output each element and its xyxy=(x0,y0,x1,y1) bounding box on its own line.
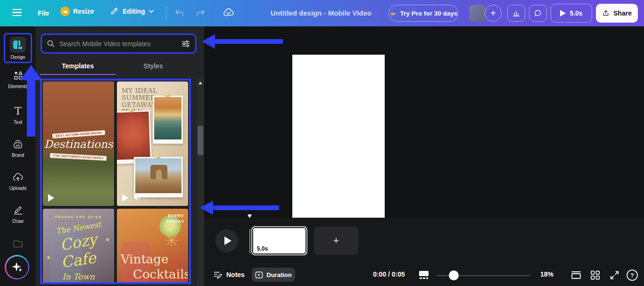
chevron-down-icon xyxy=(149,8,154,14)
search-input[interactable] xyxy=(58,40,177,48)
folder-icon xyxy=(12,238,24,249)
text-icon: T xyxy=(15,106,22,117)
sidebar-item-uploads[interactable]: Uploads xyxy=(0,172,36,191)
sidebar-item-text[interactable]: T Text xyxy=(0,106,36,125)
canva-editor: File Resize Editing Untitled design - Mo… xyxy=(0,0,644,286)
toolbar-divider xyxy=(166,7,166,20)
fullscreen-icon[interactable] xyxy=(609,270,620,280)
plus-icon: + xyxy=(490,8,496,19)
pin xyxy=(156,154,160,159)
question-mark-icon: ? xyxy=(630,272,634,279)
pages-view-icon[interactable] xyxy=(570,270,582,280)
help-button[interactable]: ? xyxy=(627,270,638,281)
sidebar-item-design[interactable]: Design xyxy=(4,33,32,63)
play-icon xyxy=(224,237,231,245)
scroll-up-icon[interactable] xyxy=(198,82,202,84)
template-card-italy-getaway[interactable]: MY IDEAL SUMMER GETAWAY IN ITALY xyxy=(117,82,188,206)
mute-icon xyxy=(133,194,141,202)
template-title: Destinations xyxy=(43,138,114,150)
try-pro-button[interactable]: Try Pro for 30 days xyxy=(388,5,458,22)
sidebar-item-elements[interactable]: Elements xyxy=(0,70,36,89)
sidebar-item-draw[interactable]: Draw xyxy=(0,204,36,224)
plus-icon: + xyxy=(333,235,339,247)
page-thumbnail[interactable]: 5.0s xyxy=(251,226,307,255)
brand-kit-icon: co xyxy=(12,139,24,150)
grid-view-icon[interactable] xyxy=(590,270,601,280)
present-play-button[interactable]: 5.0s xyxy=(551,4,592,23)
timeline-panel: ♥ 5.0s + Notes Duration xyxy=(204,218,644,286)
play-icon xyxy=(122,194,128,202)
status-bar: Notes Duration 0:00 / 0:05 18% xyxy=(204,270,644,286)
template-line: In Town xyxy=(43,272,114,281)
filter-sliders-icon[interactable] xyxy=(181,40,190,48)
template-ribbon: BEST AUTUMN HONEYMOON xyxy=(52,130,105,139)
timeline-play-button[interactable] xyxy=(215,229,238,252)
duration-icon xyxy=(255,271,263,278)
heart-marker-icon: ♥ xyxy=(248,212,252,220)
avatar[interactable] xyxy=(469,5,486,22)
template-card-cozy-cafe[interactable]: FRADEK AND SPIES The Newest Cozy Cafe In… xyxy=(43,209,114,284)
comments-button[interactable] xyxy=(529,5,547,22)
cloud-upload-icon xyxy=(12,172,24,183)
resize-button[interactable]: Resize xyxy=(60,7,94,16)
sparkle-asterisk: * xyxy=(47,254,50,265)
svg-text:co: co xyxy=(16,143,20,147)
timeline-view-icon[interactable] xyxy=(418,270,429,280)
templates-panel: Templates Styles BEST AUTUMN HONEYMOON D… xyxy=(36,26,204,286)
elements-icon xyxy=(12,70,24,81)
page-duration-label: 5.0s xyxy=(257,245,268,252)
sparkle-asterisk: * xyxy=(106,236,109,247)
add-member-button[interactable]: + xyxy=(485,5,502,22)
pin xyxy=(165,93,170,98)
notes-button[interactable]: Notes xyxy=(213,270,245,279)
trim-handle[interactable] xyxy=(249,229,250,253)
template-line: Vintage xyxy=(121,252,168,266)
crown-icon xyxy=(389,10,396,16)
play-icon xyxy=(48,194,54,202)
polaroid-venice xyxy=(153,96,183,144)
menu-icon[interactable] xyxy=(12,7,22,18)
crown-icon xyxy=(60,7,70,16)
editing-mode-dropdown[interactable]: Editing xyxy=(110,7,154,16)
play-icon xyxy=(560,10,566,16)
search-bar[interactable] xyxy=(41,33,197,54)
panel-tabs: Templates Styles xyxy=(40,59,191,75)
search-icon xyxy=(47,40,55,48)
template-subtitle: FRADEK AND SPIES xyxy=(43,215,114,219)
pin xyxy=(129,108,134,113)
share-button[interactable]: Share xyxy=(596,4,638,23)
tab-templates[interactable]: Templates xyxy=(40,59,116,75)
magic-assistant-button[interactable] xyxy=(5,255,29,279)
share-upload-icon xyxy=(602,9,610,17)
sidebar-item-projects[interactable] xyxy=(0,238,36,249)
tab-styles[interactable]: Styles xyxy=(116,59,191,75)
template-card-vintage-cocktails[interactable]: EVERY FRIDAY Vintage Cocktails xyxy=(117,209,188,284)
sidebar: Design Elements T Text co Brand xyxy=(0,26,36,286)
scrollbar-thumb[interactable] xyxy=(198,126,203,155)
document-title[interactable]: Untitled design - Mobile Video xyxy=(255,9,388,17)
undo-button[interactable] xyxy=(174,8,184,18)
draw-pen-icon xyxy=(12,204,24,216)
polaroid-pizza xyxy=(117,110,152,164)
zoom-level[interactable]: 18% xyxy=(540,270,553,278)
file-menu-button[interactable]: File xyxy=(38,9,49,17)
templates-grid: BEST AUTUMN HONEYMOON Destinations FOR S… xyxy=(40,79,191,284)
bar-chart-icon xyxy=(512,9,520,17)
notes-icon xyxy=(213,270,222,279)
redo-button[interactable] xyxy=(196,8,206,18)
template-ribbon: FOR SEPTEMBER NEWLYWEDS xyxy=(50,153,107,161)
sunburst-icon xyxy=(165,233,179,247)
sidebar-item-brand[interactable]: co Brand xyxy=(0,139,36,158)
sparkle-icon xyxy=(11,261,23,273)
zoom-slider-thumb[interactable] xyxy=(449,270,459,280)
duration-button[interactable]: Duration xyxy=(252,268,295,282)
insights-button[interactable] xyxy=(507,5,525,22)
panel-scrollbar[interactable] xyxy=(197,79,204,286)
template-card-autumn-destinations[interactable]: BEST AUTUMN HONEYMOON Destinations FOR S… xyxy=(43,82,114,206)
design-page[interactable] xyxy=(292,55,385,218)
template-line: Cocktails xyxy=(133,267,188,281)
add-page-button[interactable]: + xyxy=(314,227,358,255)
design-icon xyxy=(10,37,26,53)
template-badge: EVERY FRIDAY xyxy=(161,213,184,225)
time-display: 0:00 / 0:05 xyxy=(363,270,415,278)
